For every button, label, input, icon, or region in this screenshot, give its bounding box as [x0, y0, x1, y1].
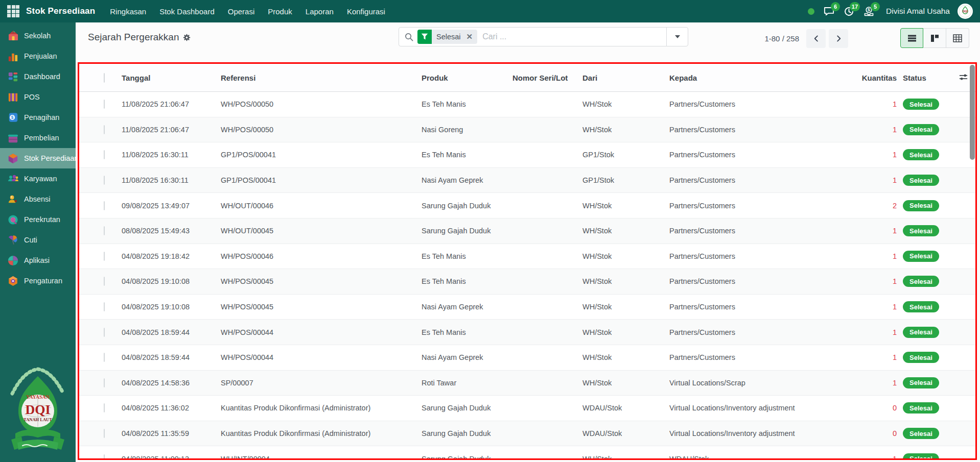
status-badge: Selesai [903, 428, 939, 439]
row-checkbox[interactable] [104, 226, 105, 235]
sidebar-item-pos[interactable]: POS [0, 87, 76, 107]
sidebar-item-karyawan[interactable]: Karyawan [0, 168, 76, 189]
pager-previous-button[interactable] [806, 29, 826, 48]
column-header-referensi[interactable]: Referensi [221, 74, 422, 82]
app-name[interactable]: Stok Persediaan [26, 6, 95, 16]
pivot-view-button[interactable] [946, 28, 969, 48]
sidebar-item-sekolah[interactable]: Sekolah [0, 26, 76, 46]
cell-dari: WH/Stok [582, 227, 669, 235]
sidebar-item-label: Penagihan [24, 113, 59, 121]
sidebar-item-absensi[interactable]: Absensi [0, 189, 76, 209]
search-dropdown-toggle[interactable] [666, 28, 688, 46]
column-header-lot[interactable]: Nomor Seri/Lot [512, 74, 582, 82]
cell-produk: Es Teh Manis [422, 100, 512, 108]
cell-kuantitas: 1 [861, 176, 897, 184]
sidebar-item-stok-persediaan[interactable]: Stok Persediaan [0, 148, 76, 168]
sidebar-item-penagihan[interactable]: $ Penagihan [0, 107, 76, 128]
table-row[interactable]: 04/08/2025 19:18:42 WH/POS/00046 Es Teh … [79, 244, 975, 270]
menu-stok-dashboard[interactable]: Stok Dashboard [153, 0, 221, 22]
menu-laporan[interactable]: Laporan [299, 0, 340, 22]
table-row[interactable]: 04/08/2025 11:35:59 Kuantitas Produk Dik… [79, 421, 975, 447]
table-row[interactable]: 04/08/2025 11:00:13 WH/INT/00004 Sarung … [79, 446, 975, 458]
row-checkbox[interactable] [104, 429, 105, 438]
row-checkbox[interactable] [104, 353, 105, 362]
menu-produk[interactable]: Produk [261, 0, 299, 22]
row-checkbox[interactable] [104, 125, 105, 134]
sidebar-item-penjualan[interactable]: Penjualan [0, 46, 76, 66]
table-row[interactable]: 11/08/2025 16:30:11 GP1/POS/00041 Es Teh… [79, 142, 975, 168]
sidebar-item-perekrutan[interactable]: Perekrutan [0, 209, 76, 230]
cell-kepada: WDAU/Stok [669, 455, 861, 458]
row-checkbox[interactable] [104, 328, 105, 337]
column-header-tanggal[interactable]: Tanggal [122, 74, 221, 82]
row-checkbox[interactable] [104, 454, 105, 458]
menu-operasi[interactable]: Operasi [221, 0, 262, 22]
cell-produk: Es Teh Manis [422, 252, 512, 260]
column-header-produk[interactable]: Produk [422, 74, 512, 82]
select-all-checkbox[interactable] [104, 73, 105, 83]
table-row[interactable]: 11/08/2025 21:06:47 WH/POS/00050 Nasi Go… [79, 117, 975, 143]
row-checkbox[interactable] [104, 403, 105, 412]
cell-kuantitas: 1 [861, 328, 897, 336]
row-checkbox[interactable] [104, 176, 105, 185]
sidebar-item-dashboard[interactable]: Dashboard [0, 66, 76, 87]
table-row[interactable]: 04/08/2025 18:59:44 WH/POS/00044 Es Teh … [79, 320, 975, 345]
table-row[interactable]: 04/08/2025 19:10:08 WH/POS/00045 Es Teh … [79, 269, 975, 295]
search-input[interactable] [482, 32, 666, 41]
table-row[interactable]: 04/08/2025 19:10:08 WH/POS/00045 Nasi Ay… [79, 295, 975, 320]
filter-remove-icon[interactable]: ✕ [465, 32, 478, 41]
kanban-view-button[interactable] [923, 28, 946, 48]
sidebar-item-cuti[interactable]: Cuti [0, 230, 76, 250]
company-switcher[interactable]: Divisi Amal Usaha [886, 7, 950, 16]
filter-chip-selesai[interactable]: Selesai ✕ [417, 30, 477, 44]
cell-kuantitas: 2 [861, 202, 897, 210]
search-icon [405, 33, 413, 41]
row-checkbox[interactable] [104, 302, 105, 311]
row-checkbox[interactable] [104, 378, 105, 387]
menu-ringkasan[interactable]: Ringkasan [103, 0, 153, 22]
view-gear-button[interactable] [183, 34, 191, 41]
chevron-right-icon [835, 35, 842, 42]
row-checkbox[interactable] [104, 100, 105, 109]
row-checkbox[interactable] [104, 277, 105, 286]
table-row[interactable]: 11/08/2025 21:06:47 WH/POS/00050 Es Teh … [79, 92, 975, 117]
sidebar-item-pengaturan[interactable]: Pengaturan [0, 271, 76, 291]
cell-kuantitas: 1 [861, 100, 897, 108]
vertical-scrollbar[interactable] [970, 65, 975, 160]
apps-menu-icon[interactable] [7, 5, 19, 17]
activities-button[interactable]: 17 [841, 4, 856, 19]
cell-kepada: Partners/Customers [669, 151, 861, 159]
optional-columns-button[interactable] [959, 72, 968, 84]
cell-tanggal: 11/08/2025 16:30:11 [122, 176, 221, 184]
cell-referensi: WH/INT/00004 [221, 455, 422, 458]
cell-kepada: Partners/Customers [669, 227, 861, 235]
table-row[interactable]: 04/08/2025 14:58:36 SP/00007 Roti Tawar … [79, 371, 975, 396]
cell-dari: GP1/Stok [582, 176, 669, 184]
cell-kepada: Partners/Customers [669, 277, 861, 285]
employees-icon [7, 173, 19, 185]
table-row[interactable]: 04/08/2025 11:36:02 Kuantitas Produk Dik… [79, 396, 975, 421]
messages-button[interactable]: 6 [821, 4, 836, 19]
column-header-kepada[interactable]: Kepada [669, 74, 861, 82]
cell-referensi: GP1/POS/00041 [221, 151, 422, 159]
table-row[interactable]: 09/08/2025 13:49:07 WH/OUT/00046 Sarung … [79, 193, 975, 218]
sidebar-item-aplikasi[interactable]: Aplikasi [0, 250, 76, 271]
menu-konfigurasi[interactable]: Konfigurasi [340, 0, 392, 22]
filter-chip-label: Selesai [432, 33, 465, 41]
row-checkbox[interactable] [104, 201, 105, 210]
table-row[interactable]: 11/08/2025 16:30:11 GP1/POS/00041 Nasi A… [79, 168, 975, 193]
pager-next-button[interactable] [829, 29, 848, 48]
row-checkbox[interactable] [104, 252, 105, 261]
row-checkbox[interactable] [104, 150, 105, 159]
user-avatar[interactable]: DQI [958, 4, 973, 19]
sidebar-item-pembelian[interactable]: Pembelian [0, 128, 76, 148]
list-view-button[interactable] [900, 28, 923, 48]
column-header-kuantitas[interactable]: Kuantitas [861, 74, 897, 82]
column-header-dari[interactable]: Dari [582, 74, 669, 82]
sidebar-item-label: Aplikasi [24, 256, 50, 264]
table-row[interactable]: 08/08/2025 15:49:43 WH/OUT/00045 Sarung … [79, 218, 975, 244]
table-row[interactable]: 04/08/2025 18:59:44 WH/POS/00044 Nasi Ay… [79, 345, 975, 371]
sales-chart-icon [7, 50, 19, 63]
requests-button[interactable]: $ 5 [861, 4, 876, 19]
cell-referensi: WH/POS/00046 [221, 252, 422, 260]
